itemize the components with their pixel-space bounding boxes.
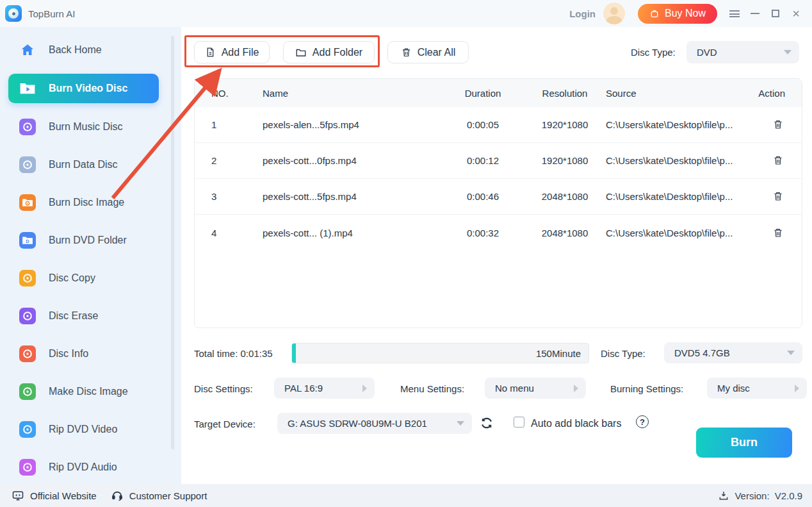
column-duration: Duration bbox=[442, 88, 524, 99]
cell-duration: 0:00:32 bbox=[442, 228, 524, 238]
cell-no: 3 bbox=[211, 191, 263, 202]
sidebar-item-burn-disc-image[interactable]: Burn Disc Image bbox=[8, 188, 159, 217]
table-row[interactable]: 4 pexels-cott... (1).mp4 0:00:32 2048*10… bbox=[195, 215, 802, 251]
title-bar: TopBurn AI Login Buy Now × bbox=[0, 0, 812, 27]
sidebar-scrollbar[interactable] bbox=[171, 36, 174, 449]
file-table: NO. Name Duration Resolution Source Acti… bbox=[194, 78, 802, 328]
menu-settings-dropdown[interactable]: No menu bbox=[485, 378, 586, 399]
cell-source: C:\Users\kate\Desktop\file\p... bbox=[606, 155, 749, 166]
sidebar-item-rip-dvd-audio[interactable]: Rip DVD Audio bbox=[8, 453, 159, 481]
help-icon[interactable]: ? bbox=[636, 415, 649, 428]
cell-resolution: 1920*1080 bbox=[524, 155, 606, 166]
home-icon bbox=[19, 42, 36, 58]
sidebar-item-label: Burn Data Disc bbox=[49, 159, 118, 170]
headset-icon bbox=[111, 489, 124, 502]
cell-source: C:\Users\kate\Desktop\file\p... bbox=[606, 228, 749, 238]
footer-bar: Official Website Customer Support Versio… bbox=[0, 484, 812, 507]
disc-info-icon bbox=[19, 345, 36, 362]
refresh-icon bbox=[480, 416, 496, 430]
customer-support-link[interactable]: Customer Support bbox=[111, 489, 207, 502]
sidebar-item-back-home[interactable]: Back Home bbox=[8, 36, 159, 64]
sidebar-item-label: Disc Erase bbox=[49, 310, 98, 322]
table-row[interactable]: 3 pexels-cott...5fps.mp4 0:00:46 2048*10… bbox=[195, 179, 802, 215]
capacity-bar: 150Minute bbox=[291, 343, 589, 363]
table-row[interactable]: 1 pexels-alen...5fps.mp4 0:00:05 1920*10… bbox=[195, 107, 802, 143]
close-button[interactable]: × bbox=[790, 8, 802, 19]
sidebar-item-rip-dvd-video[interactable]: Rip DVD Video bbox=[8, 415, 159, 444]
table-row[interactable]: 2 pexels-cott...0fps.mp4 0:00:12 1920*10… bbox=[195, 143, 802, 179]
add-folder-button[interactable]: Add Folder bbox=[283, 41, 375, 63]
delete-row-button[interactable] bbox=[771, 153, 785, 167]
cell-no: 4 bbox=[211, 228, 263, 238]
refresh-devices-button[interactable] bbox=[480, 415, 496, 431]
trash-icon bbox=[772, 190, 784, 202]
disc-type-dropdown[interactable]: DVD bbox=[686, 41, 799, 63]
capacity-bar-fill bbox=[292, 344, 296, 363]
sidebar-item-disc-info[interactable]: Disc Info bbox=[8, 340, 159, 368]
sidebar-item-label: Rip DVD Audio bbox=[49, 461, 117, 473]
sidebar-item-burn-music-disc[interactable]: Burn Music Disc bbox=[8, 113, 159, 141]
svg-text:D: D bbox=[26, 238, 29, 244]
auto-black-bars-checkbox[interactable] bbox=[514, 417, 524, 428]
chevron-down-icon bbox=[787, 351, 795, 355]
app-title: TopBurn AI bbox=[28, 8, 75, 19]
buy-now-button[interactable]: Buy Now bbox=[638, 4, 717, 24]
column-name: Name bbox=[263, 88, 442, 99]
sidebar-item-make-disc-image[interactable]: Make Disc Image bbox=[8, 378, 159, 406]
disc-settings-dropdown[interactable]: PAL 16:9 bbox=[274, 378, 375, 399]
clear-all-button[interactable]: Clear All bbox=[387, 41, 469, 63]
sidebar: Back Home Burn Video Disc Burn Music Dis… bbox=[0, 27, 181, 484]
sidebar-item-label: Make Disc Image bbox=[49, 386, 128, 397]
auto-black-bars-label: Auto add black bars bbox=[531, 418, 621, 429]
sidebar-item-burn-dvd-folder[interactable]: D Burn DVD Folder bbox=[8, 226, 159, 254]
target-device-dropdown[interactable]: G: ASUS SDRW-08U9M-U B201 bbox=[277, 413, 472, 434]
sidebar-item-disc-erase[interactable]: Disc Erase bbox=[8, 302, 159, 330]
cell-duration: 0:00:12 bbox=[442, 155, 524, 166]
sidebar-item-disc-copy[interactable]: Disc Copy bbox=[8, 264, 159, 292]
download-icon[interactable] bbox=[718, 490, 729, 501]
disc-settings-label: Disc Settings: bbox=[194, 383, 253, 394]
shopping-bag-icon bbox=[649, 8, 660, 19]
hamburger-menu-icon[interactable] bbox=[729, 8, 740, 19]
sidebar-item-label: Burn DVD Folder bbox=[49, 235, 127, 246]
folder-icon bbox=[295, 47, 307, 58]
data-disc-icon bbox=[19, 156, 36, 173]
cell-resolution: 1920*1080 bbox=[524, 119, 606, 130]
burn-button[interactable]: Burn bbox=[696, 428, 792, 458]
trash-icon bbox=[401, 47, 412, 58]
sidebar-item-label: Burn Video Disc bbox=[49, 83, 127, 94]
version-value: V2.0.9 bbox=[775, 490, 802, 501]
delete-row-button[interactable] bbox=[771, 226, 785, 240]
chevron-right-icon bbox=[574, 385, 578, 392]
disc-type-label: Disc Type: bbox=[631, 47, 676, 58]
trash-icon bbox=[772, 119, 784, 130]
burning-settings-label: Burning Settings: bbox=[610, 383, 683, 394]
chevron-down-icon bbox=[457, 421, 464, 426]
disc-copy-icon bbox=[19, 270, 36, 287]
capacity-label: 150Minute bbox=[536, 348, 581, 359]
dvd-folder-icon: D bbox=[19, 232, 36, 249]
official-website-link[interactable]: Official Website bbox=[12, 489, 97, 502]
cell-name: pexels-cott...5fps.mp4 bbox=[263, 191, 442, 202]
cell-source: C:\Users\kate\Desktop\file\p... bbox=[606, 191, 749, 202]
rip-dvd-audio-icon bbox=[19, 459, 36, 476]
disc-capacity-dropdown[interactable]: DVD5 4.7GB bbox=[664, 342, 802, 363]
maximize-button[interactable] bbox=[770, 8, 781, 19]
avatar[interactable] bbox=[603, 3, 625, 24]
cell-resolution: 2048*1080 bbox=[524, 228, 606, 238]
version-info: Version: V2.0.9 bbox=[718, 490, 802, 501]
topburn-app-window: TopBurn AI Login Buy Now × Back Home bbox=[0, 0, 812, 507]
login-button[interactable]: Login bbox=[569, 8, 596, 19]
chevron-right-icon bbox=[362, 385, 367, 392]
sidebar-item-burn-data-disc[interactable]: Burn Data Disc bbox=[8, 151, 159, 179]
sidebar-item-label: Disc Info bbox=[49, 348, 88, 360]
sidebar-item-burn-video-disc[interactable]: Burn Video Disc bbox=[8, 74, 159, 103]
burning-settings-dropdown[interactable]: My disc bbox=[707, 378, 807, 399]
sidebar-item-label: Burn Music Disc bbox=[49, 121, 123, 133]
delete-row-button[interactable] bbox=[771, 117, 785, 131]
minimize-button[interactable] bbox=[749, 8, 761, 19]
music-disc-icon bbox=[19, 119, 36, 135]
add-file-button[interactable]: Add File bbox=[194, 41, 270, 63]
delete-row-button[interactable] bbox=[771, 189, 785, 203]
table-header: NO. Name Duration Resolution Source Acti… bbox=[195, 79, 802, 107]
